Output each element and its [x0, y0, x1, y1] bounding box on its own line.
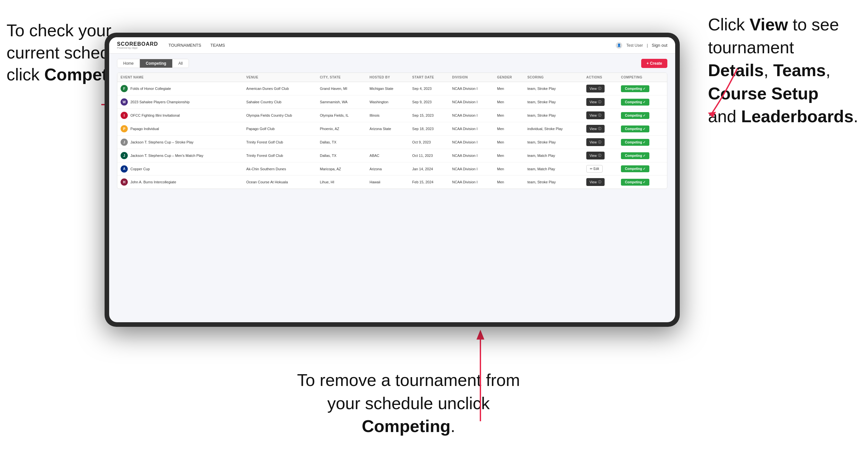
cell-scoring: team, Stroke Play: [524, 109, 583, 122]
col-competing: COMPETING: [618, 73, 667, 82]
team-logo: J: [121, 152, 128, 159]
event-name-cell: P Papago Individual: [117, 122, 243, 136]
col-start-date: START DATE: [409, 73, 449, 82]
nav-teams[interactable]: TEAMS: [211, 43, 225, 48]
bottom-line1: To remove a tournament from: [297, 371, 520, 390]
cell-gender: Men: [494, 122, 524, 136]
cell-venue: Ak-Chin Southern Dunes: [243, 162, 317, 176]
cell-venue: Papago Golf Club: [243, 122, 317, 136]
competing-button[interactable]: Competing ✓: [621, 152, 649, 159]
competing-button[interactable]: Competing ✓: [621, 85, 649, 92]
view-button[interactable]: View ⓘ: [586, 138, 604, 146]
tablet-screen: SCOREBOARD Powered by clippi TOURNAMENTS…: [109, 37, 675, 322]
annotation-line1: To check your: [6, 21, 112, 40]
brand-title: SCOREBOARD: [117, 41, 158, 47]
table-header-row: EVENT NAME VENUE CITY, STATE HOSTED BY S…: [117, 73, 667, 82]
info-icon: ⓘ: [598, 100, 601, 104]
competing-cell: Competing ✓: [618, 136, 667, 149]
actions-cell: View ⓘ: [583, 95, 618, 109]
event-name-text: Papago Individual: [130, 127, 159, 131]
event-name-cell: H John A. Burns Intercollegiate: [117, 176, 243, 189]
col-hosted-by: HOSTED BY: [366, 73, 409, 82]
competing-button[interactable]: Competing ✓: [621, 165, 649, 172]
event-name-cell: A Copper Cup: [117, 162, 243, 176]
cell-scoring: team, Match Play: [524, 149, 583, 162]
competing-cell: Competing ✓: [618, 162, 667, 176]
annotation-line3: click: [6, 65, 44, 84]
cell-hosted-by: [366, 136, 409, 149]
cell-gender: Men: [494, 149, 524, 162]
col-gender: GENDER: [494, 73, 524, 82]
table-row: F Folds of Honor Collegiate American Dun…: [117, 82, 667, 95]
view-button[interactable]: View ⓘ: [586, 178, 604, 186]
competing-cell: Competing ✓: [618, 176, 667, 189]
info-icon: ⓘ: [598, 153, 601, 158]
cell-scoring: team, Stroke Play: [524, 136, 583, 149]
view-button[interactable]: View ⓘ: [586, 152, 604, 159]
nav-links: TOURNAMENTS TEAMS: [168, 43, 225, 48]
team-logo: A: [121, 165, 128, 173]
competing-button[interactable]: Competing ✓: [621, 179, 649, 186]
col-city-state: CITY, STATE: [317, 73, 366, 82]
cell-division: NCAA Division I: [449, 162, 494, 176]
annotation-bottom: To remove a tournament from your schedul…: [281, 369, 536, 438]
competing-button[interactable]: Competing ✓: [621, 139, 649, 146]
competing-cell: Competing ✓: [618, 82, 667, 95]
actions-cell: View ⓘ: [583, 82, 618, 95]
competing-button[interactable]: Competing ✓: [621, 99, 649, 105]
view-button[interactable]: View ⓘ: [586, 125, 604, 133]
main-content: Home Competing All + Create EVENT NAME V…: [109, 54, 675, 322]
competing-button[interactable]: Competing ✓: [621, 112, 649, 119]
cell-start-date: Oct 9, 2023: [409, 136, 449, 149]
cell-gender: Men: [494, 82, 524, 95]
cell-scoring: team, Stroke Play: [524, 176, 583, 189]
cell-city-state: Maricopa, AZ: [317, 162, 366, 176]
cell-start-date: Sep 4, 2023: [409, 82, 449, 95]
team-logo: I: [121, 112, 128, 119]
event-name-text: 2023 Sahalee Players Championship: [130, 100, 190, 104]
nav-divider: |: [647, 43, 648, 48]
cell-division: NCAA Division I: [449, 149, 494, 162]
edit-button[interactable]: ✏ Edit: [586, 165, 602, 173]
tablet-shell: SCOREBOARD Powered by clippi TOURNAMENTS…: [104, 33, 680, 327]
nav-right: 👤 Test User | Sign out: [616, 42, 667, 49]
competing-cell: Competing ✓: [618, 149, 667, 162]
cell-scoring: individual, Stroke Play: [524, 122, 583, 136]
view-button[interactable]: View ⓘ: [586, 98, 604, 106]
create-button[interactable]: + Create: [641, 59, 667, 68]
cell-scoring: team, Stroke Play: [524, 95, 583, 109]
cell-division: NCAA Division I: [449, 176, 494, 189]
info-icon: ⓘ: [598, 113, 601, 118]
cell-hosted-by: Washington: [366, 95, 409, 109]
team-logo: J: [121, 138, 128, 146]
tab-all[interactable]: All: [173, 59, 189, 68]
cell-city-state: Olympia Fields, IL: [317, 109, 366, 122]
tab-group: Home Competing All: [117, 59, 189, 68]
competing-cell: Competing ✓: [618, 109, 667, 122]
signout-link[interactable]: Sign out: [652, 43, 667, 48]
col-venue: VENUE: [243, 73, 317, 82]
view-button[interactable]: View ⓘ: [586, 112, 604, 119]
tab-home[interactable]: Home: [117, 59, 140, 68]
actions-cell: View ⓘ: [583, 122, 618, 136]
cell-scoring: team, Match Play: [524, 162, 583, 176]
cell-start-date: Sep 18, 2023: [409, 122, 449, 136]
event-name-cell: F Folds of Honor Collegiate: [117, 82, 243, 95]
view-button[interactable]: View ⓘ: [586, 85, 604, 92]
tr-bold2: Details: [708, 61, 764, 80]
nav-tournaments[interactable]: TOURNAMENTS: [168, 43, 201, 48]
actions-cell: ✏ Edit: [583, 162, 618, 176]
competing-button[interactable]: Competing ✓: [621, 125, 649, 132]
team-logo: F: [121, 85, 128, 92]
cell-division: NCAA Division I: [449, 109, 494, 122]
actions-cell: View ⓘ: [583, 109, 618, 122]
user-icon: 👤: [616, 42, 622, 49]
event-name-cell: J Jackson T. Stephens Cup – Stroke Play: [117, 136, 243, 149]
scoreboard-logo: SCOREBOARD Powered by clippi: [117, 41, 158, 49]
brand-subtitle: Powered by clippi: [117, 47, 158, 49]
col-division: DIVISION: [449, 73, 494, 82]
cell-city-state: Sammamish, WA: [317, 95, 366, 109]
tab-competing[interactable]: Competing: [140, 59, 173, 68]
annotation-top-right: Click View to see tournament Details, Te…: [708, 13, 858, 128]
navbar: SCOREBOARD Powered by clippi TOURNAMENTS…: [109, 37, 675, 54]
